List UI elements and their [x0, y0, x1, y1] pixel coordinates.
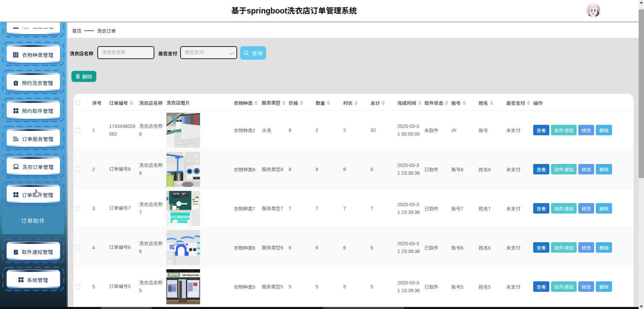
svg-text:Eco-Dryprem: Eco-Dryprem [168, 274, 180, 276]
svg-text:UCC国际洗衣: UCC国际洗衣 [170, 215, 191, 219]
svg-text:SB-Waschsak: SB-Waschsak [182, 274, 199, 277]
